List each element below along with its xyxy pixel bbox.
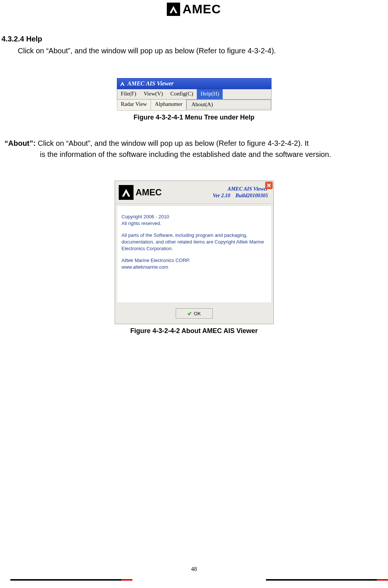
footer-rule [10,579,388,581]
figure-menu-screenshot: AMEC AIS Viewer File(F) View(V) Config(C… [117,78,271,111]
dialog-header: AMEC AMEC AIS Viewer Ver 2.10 Build20100… [115,181,273,204]
app-second-row: Radar View Alphanumer About(A) [117,100,271,111]
about-paragraph: “About”: Click on “About”, and the windo… [4,138,388,160]
menu-view[interactable]: View(V) [140,89,166,99]
rights-line: All rights reserved. [122,221,162,226]
dialog-product-name: AMEC AIS Viewer [213,186,268,192]
copyright-line: Copyright 2006 - 2010 [122,214,169,219]
app-title-text: AMEC AIS Viewer [128,80,174,87]
dialog-version-line: Ver 2.10 Build20100305 [213,192,268,199]
tab-alphanumeric[interactable]: Alphanumer [151,100,186,110]
menu-config[interactable]: Config(C) [167,89,197,99]
section-intro: Click on “About”, and the window will po… [18,46,388,56]
figure1-caption: Figure 4-3-2-4-1 Menu Tree under Help [0,114,388,121]
website-line: www.altekmarine.com [122,264,168,270]
app-menu-bar: File(F) View(V) Config(C) Help(H) [117,89,271,100]
dialog-footer: OK [115,305,273,324]
about-label: “About”: [4,139,36,147]
app-title-bar: AMEC AIS Viewer [117,78,271,89]
company-line: Alltek Marine Electronics CORP. [122,258,190,263]
menu-help[interactable]: Help(H) [197,89,223,99]
software-desc: All parts of the Software, including pro… [122,232,267,252]
figure2-caption: Figure 4-3-2-4-2 About AMEC AIS Viewer [0,327,388,335]
ok-button[interactable]: OK [176,308,213,319]
tab-radar-view[interactable]: Radar View [117,100,151,110]
help-dropdown: About(A) [186,100,271,110]
page-number: 48 [0,566,388,572]
dialog-brand-mark-icon [119,185,134,200]
about-line2: is the information of the software inclu… [4,149,388,160]
about-line1: Click on “About”, and the window will po… [38,139,309,147]
menu-item-about[interactable]: About(A) [186,100,271,110]
close-icon [267,184,271,187]
brand-mark-icon [167,3,180,16]
brand-text: AMEC [182,2,221,16]
ok-label: OK [194,311,201,316]
dialog-body: Copyright 2006 - 2010 All rights reserve… [117,206,271,302]
header-logo: AMEC [0,0,388,16]
section-heading: 4.3.2.4 Help [1,35,388,43]
dialog-brand-text: AMEC [136,187,162,198]
menu-file[interactable]: File(F) [117,89,140,99]
dialog-close-button[interactable] [265,182,273,189]
figure-about-dialog: AMEC AMEC AIS Viewer Ver 2.10 Build20100… [115,181,274,324]
check-icon [187,311,192,316]
